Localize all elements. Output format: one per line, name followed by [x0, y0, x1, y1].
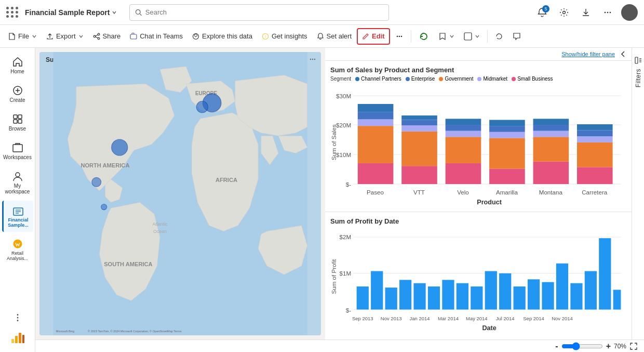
search-icon	[135, 9, 142, 16]
svg-point-34	[17, 317, 18, 319]
edit-button[interactable]: Edit	[357, 28, 390, 45]
sidebar-item-retail[interactable]: Retail Analysis...	[2, 234, 33, 265]
insights-icon: !	[262, 33, 269, 40]
view-icon	[464, 32, 472, 41]
svg-text:Sep 2013: Sep 2013	[352, 316, 373, 321]
line-chart-panel: Sum of Profit by Date $2M $1M $- Sum of …	[325, 212, 632, 340]
explore-icon	[192, 33, 199, 40]
filter-header: Show/hide filter pane	[325, 48, 632, 61]
sidebar-more-button[interactable]	[2, 308, 33, 328]
svg-point-57	[92, 177, 101, 187]
sidebar-item-my-workspace[interactable]: My workspace	[2, 166, 33, 199]
svg-text:Sum of Sales: Sum of Sales	[330, 124, 337, 160]
svg-text:Nov 2014: Nov 2014	[552, 316, 573, 321]
svg-line-10	[95, 36, 98, 37]
explore-button[interactable]: Explore this data	[188, 28, 257, 45]
sidebar-item-financial[interactable]: Financial Sample...	[2, 201, 33, 232]
svg-point-60	[196, 101, 208, 113]
sidebar: Home Create Browse Workspaces My workspa…	[0, 48, 35, 352]
edit-icon	[362, 33, 369, 40]
notification-button[interactable]: 5	[534, 4, 551, 21]
main-layout: Home Create Browse Workspaces My workspa…	[0, 48, 644, 352]
download-button[interactable]	[578, 4, 594, 21]
zoom-plus[interactable]: +	[606, 342, 611, 351]
svg-rect-123	[457, 283, 468, 310]
svg-line-9	[95, 35, 98, 36]
search-input[interactable]	[145, 8, 384, 16]
bar-chart-legend: Segment Channel Partners Enterprise Gove…	[330, 76, 626, 82]
svg-rect-117	[371, 271, 383, 309]
zoom-slider[interactable]	[561, 342, 603, 350]
svg-point-4	[607, 11, 609, 13]
sidebar-item-browse[interactable]: Browse	[2, 109, 33, 136]
svg-rect-75	[358, 112, 394, 120]
svg-point-56	[112, 139, 128, 155]
search-bar[interactable]	[129, 4, 389, 21]
svg-rect-18	[464, 33, 472, 40]
export-button[interactable]: Export	[42, 28, 88, 45]
svg-point-2	[563, 11, 566, 14]
svg-rect-124	[471, 286, 482, 309]
zoom-minus[interactable]: -	[555, 342, 558, 351]
svg-line-1	[140, 14, 141, 15]
svg-rect-38	[19, 333, 21, 343]
svg-text:Atlantic: Atlantic	[153, 221, 168, 227]
svg-rect-89	[489, 132, 525, 138]
svg-text:$10M: $10M	[336, 151, 351, 158]
show-hide-filter-button[interactable]: Show/hide filter pane	[561, 51, 615, 57]
alert-button[interactable]: Set alert	[313, 28, 356, 45]
svg-rect-97	[577, 167, 613, 184]
insights-button[interactable]: ! Get insights	[258, 28, 312, 45]
bookmark-button[interactable]	[434, 28, 459, 45]
chat-teams-button[interactable]: Chat in Teams	[126, 28, 187, 45]
collapse-icon[interactable]	[619, 50, 627, 58]
more-button[interactable]	[599, 4, 616, 21]
create-icon	[12, 85, 23, 96]
avatar[interactable]	[621, 4, 638, 21]
fullscreen-icon[interactable]	[629, 342, 638, 350]
financial-icon	[12, 205, 24, 216]
sidebar-item-home[interactable]: Home	[2, 52, 33, 79]
person-icon	[12, 171, 23, 182]
comment-button[interactable]	[508, 28, 525, 45]
app-title[interactable]: Financial Sample Report	[25, 8, 117, 17]
refresh-button[interactable]	[414, 28, 433, 45]
bell-icon	[317, 33, 324, 40]
svg-text:AFRICA: AFRICA	[216, 177, 237, 183]
svg-rect-119	[399, 280, 411, 309]
filter-sidebar-icon[interactable]	[634, 56, 642, 64]
svg-point-0	[136, 9, 141, 14]
sidebar-item-create[interactable]: Create	[2, 81, 33, 107]
home-icon	[12, 56, 23, 68]
svg-rect-78	[401, 132, 437, 166]
svg-rect-98	[577, 142, 613, 167]
legend-midmarket: Midmarket	[477, 76, 507, 82]
legend-channel: Channel Partners	[355, 76, 401, 82]
svg-rect-88	[489, 138, 525, 168]
svg-text:© 2023 TomTom, © 2024 Microsof: © 2023 TomTom, © 2024 Microsoft Corporat…	[88, 330, 182, 333]
bar-chart-title: Sum of Sales by Product and Segment	[330, 66, 626, 74]
svg-text:Mar 2014: Mar 2014	[438, 316, 459, 321]
view-button[interactable]	[460, 28, 484, 45]
sidebar-item-workspaces[interactable]: Workspaces	[2, 138, 33, 164]
svg-rect-74	[358, 119, 394, 126]
file-icon	[8, 33, 16, 40]
bar-chart-panel: Sum of Sales by Product and Segment Segm…	[325, 61, 632, 212]
svg-text:Sep 2014: Sep 2014	[523, 316, 544, 321]
svg-rect-94	[533, 131, 569, 137]
refresh-icon	[419, 31, 429, 42]
svg-rect-131	[570, 283, 582, 310]
more-options-button[interactable]	[391, 28, 408, 45]
topbar: Financial Sample Report 5	[0, 0, 644, 25]
filter-sidebar: Filters	[632, 48, 644, 340]
share-button[interactable]: Share	[89, 28, 125, 45]
svg-rect-133	[599, 238, 611, 309]
map-panel-container: Sum of Profit by Country	[35, 48, 325, 340]
reload-button[interactable]	[491, 28, 507, 45]
apps-icon[interactable]	[6, 7, 19, 18]
zoom-value: 70%	[614, 343, 626, 350]
legend-government: Government	[439, 76, 473, 82]
settings-button[interactable]	[556, 4, 572, 21]
file-button[interactable]: File	[4, 28, 41, 45]
svg-text:$-: $-	[346, 181, 351, 188]
